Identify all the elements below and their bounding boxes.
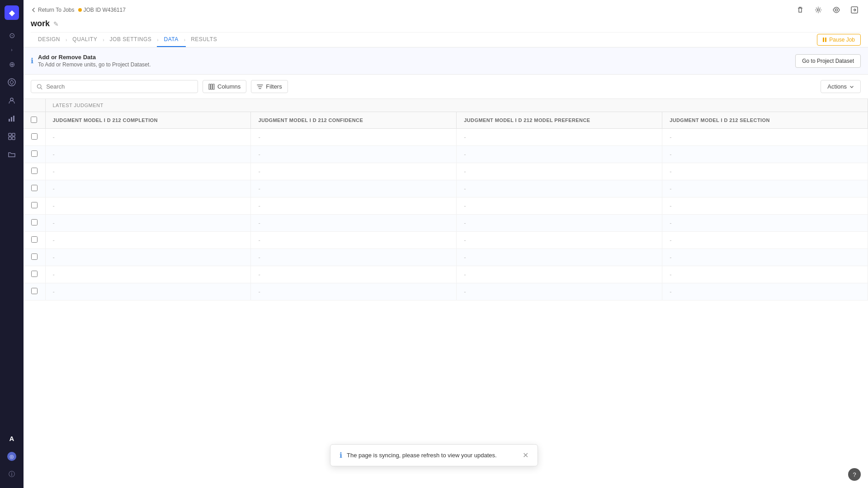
actions-button[interactable]: Actions — [821, 80, 861, 93]
pause-job-button[interactable]: Pause Job — [817, 34, 861, 46]
help-button[interactable]: ? — [848, 468, 861, 481]
back-label: Return To Jobs — [38, 7, 75, 13]
table-row: - - - - — [24, 129, 868, 146]
cell-confidence: - — [251, 266, 457, 283]
cell-preference: - — [457, 197, 662, 215]
row-checkbox[interactable] — [31, 150, 38, 157]
search-input[interactable] — [46, 83, 192, 90]
cell-confidence: - — [251, 215, 457, 232]
toast-close-button[interactable]: ✕ — [523, 452, 528, 459]
tab-data[interactable]: DATA — [157, 33, 186, 47]
row-checkbox[interactable] — [31, 202, 38, 208]
edit-title-icon[interactable]: ✎ — [53, 20, 59, 28]
table-row: - - - - — [24, 146, 868, 163]
cell-completion: - — [45, 266, 251, 283]
cell-completion: - — [45, 215, 251, 232]
header-preference: JUDGMENT MODEL I D 212 MODEL PREFERENCE — [457, 112, 662, 129]
table-row: - - - - — [24, 163, 868, 180]
sidebar-logo[interactable]: ◆ — [5, 5, 19, 20]
page-title: work — [31, 19, 50, 28]
tab-quality[interactable]: QUALITY — [65, 33, 104, 47]
back-to-jobs-link[interactable]: Return To Jobs — [31, 7, 75, 13]
svg-rect-4 — [9, 119, 10, 122]
row-check-cell — [24, 129, 45, 146]
analytics-icon[interactable] — [4, 74, 20, 90]
toolbar: Columns Filters Actions — [24, 75, 868, 99]
row-checkbox[interactable] — [31, 185, 38, 191]
info-icon[interactable]: ⓘ — [4, 466, 20, 483]
row-checkbox[interactable] — [31, 271, 38, 277]
actions-chevron-icon — [849, 84, 854, 89]
toast-info-icon: ℹ — [340, 451, 342, 460]
svg-rect-5 — [11, 117, 12, 122]
folder-icon[interactable] — [4, 146, 20, 163]
pause-job-label: Pause Job — [829, 37, 855, 43]
settings-button[interactable] — [812, 4, 825, 16]
share-button[interactable] — [848, 4, 861, 16]
font-icon[interactable]: A — [4, 430, 20, 446]
row-checkbox[interactable] — [31, 236, 38, 243]
table-row: - - - - — [24, 266, 868, 283]
svg-point-13 — [817, 9, 820, 11]
filters-label: Filters — [266, 83, 282, 90]
actions-label: Actions — [827, 83, 847, 90]
job-status-dot — [78, 8, 82, 12]
columns-button[interactable]: Columns — [203, 80, 246, 93]
cell-preference: - — [457, 249, 662, 266]
chart-icon[interactable] — [4, 110, 20, 127]
job-id-badge: JOB ID W436117 — [78, 7, 126, 13]
user-avatar-icon[interactable]: ◎ — [4, 448, 20, 465]
cell-selection: - — [662, 129, 868, 146]
header-confidence: JUDGMENT MODEL I D 212 CONFIDENCE — [251, 112, 457, 129]
tab-results[interactable]: RESULTS — [184, 33, 224, 47]
cell-preference: - — [457, 215, 662, 232]
table-header-row: JUDGMENT MODEL I D 212 COMPLETION JUDGME… — [24, 112, 868, 129]
tab-job-settings[interactable]: JOB SETTINGS — [103, 33, 159, 47]
preview-button[interactable] — [830, 4, 843, 16]
globe-icon[interactable]: ⊕ — [4, 56, 20, 72]
row-checkbox[interactable] — [31, 168, 38, 174]
svg-rect-7 — [9, 133, 11, 136]
header-check-col — [24, 112, 45, 129]
cell-preference: - — [457, 283, 662, 300]
cell-confidence: - — [251, 283, 457, 300]
cell-selection: - — [662, 146, 868, 163]
row-checkbox[interactable] — [31, 133, 38, 140]
info-text-block: Add or Remove Data To Add or Remove unit… — [38, 54, 791, 68]
row-check-cell — [24, 249, 45, 266]
search-box[interactable] — [31, 80, 198, 93]
data-table: LATEST JUDGMENT JUDGMENT MODEL I D 212 C… — [24, 99, 868, 300]
home-icon[interactable]: ⊙ — [4, 27, 20, 43]
row-check-cell — [24, 163, 45, 180]
cell-completion: - — [45, 129, 251, 146]
svg-rect-9 — [9, 137, 11, 140]
topbar-action-icons — [794, 4, 861, 16]
go-to-dataset-button[interactable]: Go to Project Dataset — [795, 54, 861, 68]
delete-button[interactable] — [794, 4, 807, 16]
table-row: - - - - — [24, 180, 868, 197]
select-all-checkbox[interactable] — [31, 117, 37, 123]
header-completion: JUDGMENT MODEL I D 212 COMPLETION — [45, 112, 251, 129]
table-row: - - - - — [24, 249, 868, 266]
cell-completion: - — [45, 232, 251, 249]
topbar-top-row: Return To Jobs JOB ID W436117 — [31, 0, 861, 18]
row-check-cell — [24, 266, 45, 283]
nav-tabs: DESIGN › QUALITY › JOB SETTINGS › DATA ›… — [31, 33, 224, 47]
row-checkbox[interactable] — [31, 219, 38, 225]
row-checkbox[interactable] — [31, 288, 38, 294]
expand-sidebar-btn[interactable]: › — [4, 45, 20, 54]
svg-rect-6 — [13, 116, 14, 122]
row-checkbox[interactable] — [31, 253, 38, 260]
cell-confidence: - — [251, 197, 457, 215]
grid-icon[interactable] — [4, 128, 20, 145]
info-subtitle: To Add or Remove units, go to Project Da… — [38, 61, 791, 68]
toast-notification: ℹ The page is syncing, please refresh to… — [330, 444, 538, 466]
table-body: - - - - - - - - - - - - - - - — [24, 129, 868, 300]
cell-selection: - — [662, 249, 868, 266]
filters-button[interactable]: Filters — [251, 80, 288, 93]
svg-rect-10 — [12, 137, 15, 140]
pause-icon — [823, 38, 826, 42]
tab-design[interactable]: DESIGN — [31, 33, 67, 47]
people-icon[interactable] — [4, 92, 20, 108]
page-title-row: work ✎ — [31, 18, 59, 32]
